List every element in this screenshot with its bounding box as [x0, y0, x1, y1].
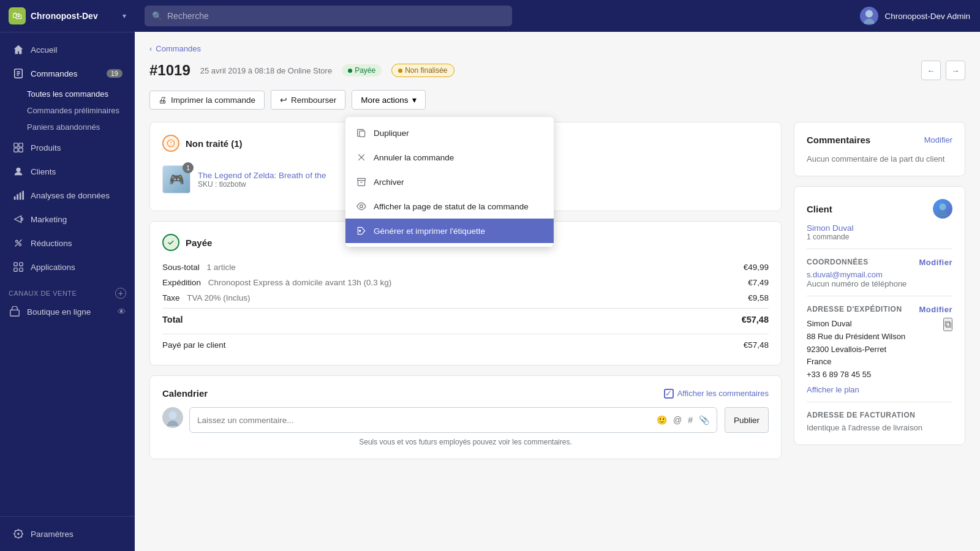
- main-content: 🔍 Chronopost-Dev Admin ‹ Commandes #1019…: [135, 0, 980, 551]
- side-column: Commentaires Modifier Aucun commentaire …: [794, 122, 965, 459]
- client-name[interactable]: Simon Duval: [807, 223, 952, 233]
- more-actions-button[interactable]: More actions ▾: [352, 90, 425, 110]
- sidebar-subitem-paniers[interactable]: Paniers abandonnés: [27, 119, 135, 135]
- eye-icon: [355, 200, 368, 212]
- sidebar-item-reductions[interactable]: Réductions: [4, 231, 131, 255]
- sidebar-subitem-preliminaires[interactable]: Commandes préliminaires: [27, 102, 135, 119]
- nav-next-button[interactable]: →: [946, 61, 965, 80]
- payee-icon: [162, 234, 179, 251]
- dropdown-item-dupliquer-label: Dupliquer: [374, 129, 409, 138]
- svg-rect-5: [19, 143, 23, 147]
- comment-input[interactable]: [197, 416, 652, 425]
- sidebar: 🛍 Chronopost-Dev ▾ Accueil Commandes 19 …: [0, 0, 135, 551]
- sidebar-item-commandes[interactable]: Commandes 19: [4, 62, 131, 85]
- publish-button[interactable]: Publier: [725, 407, 769, 433]
- expedition-modifier-link[interactable]: Modifier: [919, 305, 952, 314]
- calendrier-title: Calendrier: [162, 388, 208, 399]
- mention-icon[interactable]: @: [673, 415, 682, 425]
- sidebar-item-boutique[interactable]: Boutique en ligne 👁: [0, 301, 135, 322]
- refund-icon: ↩: [280, 95, 287, 105]
- address-line4: France: [807, 356, 952, 369]
- facturation-header: ADRESSE DE FACTURATION: [807, 411, 952, 419]
- sidebar-item-parametres[interactable]: Paramètres: [4, 522, 131, 545]
- sidebar-bottom: Paramètres: [0, 516, 135, 551]
- search-bar[interactable]: 🔍: [145, 6, 512, 26]
- imprimer-button[interactable]: 🖨 Imprimer la commande: [149, 91, 265, 110]
- sidebar-item-applications[interactable]: Applications: [4, 255, 131, 279]
- sidebar-header[interactable]: 🛍 Chronopost-Dev ▾: [0, 0, 135, 32]
- boutique-view-icon[interactable]: 👁: [118, 307, 126, 317]
- dropdown-item-afficher-page[interactable]: Afficher la page de statut de la command…: [345, 194, 554, 219]
- breadcrumb: ‹ Commandes: [149, 44, 965, 53]
- svg-rect-18: [20, 263, 23, 266]
- topbar-username: Chronopost-Dev Admin: [884, 12, 970, 21]
- svg-point-30: [359, 230, 360, 231]
- sidebar-item-applications-label: Applications: [31, 263, 75, 272]
- sidebar-item-marketing[interactable]: Marketing: [4, 208, 131, 231]
- order-meta: 25 avril 2019 à 08:18 de Online Store: [200, 66, 332, 75]
- commandes-subnav: Toutes les commandes Commandes prélimina…: [0, 86, 135, 135]
- sidebar-item-produits[interactable]: Produits: [4, 136, 131, 159]
- search-input[interactable]: [167, 11, 505, 21]
- facturation-value: Identique à l'adresse de livraison: [807, 423, 952, 432]
- analytics-icon: [12, 189, 24, 201]
- home-icon: [12, 43, 24, 56]
- comment-avatar: [162, 407, 183, 428]
- dropdown-item-generer-etiquette[interactable]: Générer et imprimer l'étiquette: [345, 219, 554, 243]
- commentaires-title: Commentaires: [807, 135, 870, 145]
- client-email[interactable]: s.duval@mymail.com: [807, 270, 952, 279]
- comment-input-area[interactable]: 🙂 @ # 📎: [189, 407, 717, 433]
- sidebar-item-accueil[interactable]: Accueil: [4, 38, 131, 61]
- client-card: Client Simon Duval 1 commande COORDONNÉE…: [794, 186, 965, 445]
- svg-rect-10: [17, 194, 18, 200]
- avatar: [860, 7, 878, 25]
- content-area: ‹ Commandes #1019 25 avril 2019 à 08:18 …: [135, 32, 980, 551]
- sous-total-val: €49,99: [744, 263, 769, 272]
- sidebar-chevron-icon: ▾: [123, 12, 126, 20]
- add-canal-button[interactable]: +: [115, 288, 126, 299]
- comment-icons: 🙂 @ # 📎: [657, 415, 709, 425]
- payment-row-total: Total €57,48: [162, 308, 769, 328]
- payment-row-expedition: Expédition Chronopost Express à domicile…: [162, 275, 769, 290]
- sidebar-item-analyses[interactable]: Analyses de données: [4, 184, 131, 207]
- label-icon: [355, 225, 368, 237]
- sidebar-item-analyses-label: Analyses de données: [31, 191, 110, 200]
- coordonnees-header: COORDONNÉES Modifier: [807, 258, 952, 266]
- hashtag-icon[interactable]: #: [688, 415, 693, 425]
- divider-expedition: [807, 296, 952, 296]
- attachment-icon[interactable]: 📎: [699, 415, 709, 425]
- commentaires-header: Commentaires Modifier: [807, 135, 952, 145]
- topbar: 🔍 Chronopost-Dev Admin: [135, 0, 980, 32]
- copy-address-button[interactable]: ⧉: [943, 318, 952, 331]
- expedition-val: €7,49: [748, 278, 769, 287]
- two-column-layout: Non traité (1) 🎮 1 The Legend of Zelda: …: [149, 122, 965, 459]
- commentaires-card: Commentaires Modifier Aucun commentaire …: [794, 122, 965, 176]
- rembourser-button[interactable]: ↩ Rembourser: [271, 90, 345, 110]
- product-image: 🎮 1: [162, 165, 190, 193]
- topbar-right: Chronopost-Dev Admin: [860, 7, 970, 25]
- show-comments-toggle[interactable]: ✓ Afficher les commentaires: [664, 389, 769, 399]
- map-link[interactable]: Afficher le plan: [807, 385, 952, 394]
- dropdown-item-archiver[interactable]: Archiver: [345, 170, 554, 194]
- comment-box: 🙂 @ # 📎 Publier: [162, 407, 769, 433]
- emoji-icon[interactable]: 🙂: [657, 415, 667, 425]
- cancel-icon: [355, 151, 368, 163]
- coordonnees-modifier-link[interactable]: Modifier: [919, 258, 952, 267]
- client-avatar: [933, 199, 952, 219]
- commentaires-modifier-link[interactable]: Modifier: [924, 135, 952, 144]
- nav-prev-button[interactable]: ←: [921, 61, 941, 80]
- breadcrumb-parent[interactable]: Commandes: [156, 44, 201, 53]
- checkbox-icon: ✓: [664, 389, 674, 399]
- sidebar-subitem-toutes[interactable]: Toutes les commandes: [27, 86, 135, 102]
- dropdown-item-dupliquer[interactable]: Dupliquer: [345, 121, 554, 145]
- svg-point-8: [16, 168, 20, 172]
- show-comments-label: Afficher les commentaires: [677, 389, 769, 398]
- svg-rect-17: [14, 263, 17, 266]
- dropdown-item-annuler[interactable]: Annuler la commande: [345, 145, 554, 170]
- taxe-val: €9,58: [748, 293, 769, 302]
- svg-point-34: [167, 421, 179, 426]
- svg-rect-11: [20, 193, 21, 200]
- sous-total-label: Sous-total 1 article: [162, 263, 236, 272]
- sidebar-item-clients[interactable]: Clients: [4, 160, 131, 183]
- search-icon: 🔍: [152, 11, 162, 21]
